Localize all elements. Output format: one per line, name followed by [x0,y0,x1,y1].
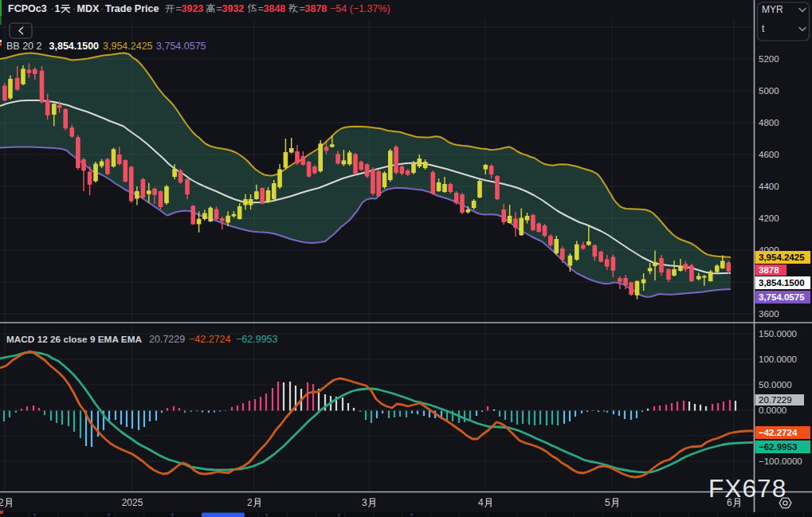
svg-text:2: 2 [247,497,253,508]
svg-text:3,954.2425: 3,954.2425 [103,41,153,52]
svg-text:4400: 4400 [759,182,779,191]
svg-text:3600: 3600 [759,309,779,319]
svg-text:150.0000: 150.0000 [759,329,797,339]
svg-text:4600: 4600 [759,150,779,159]
svg-text:20.7229: 20.7229 [759,395,792,405]
svg-text:1: 1 [55,3,61,14]
svg-text:3848: 3848 [264,3,286,14]
svg-text:MYR: MYR [762,4,783,15]
svg-text:−62.9953: −62.9953 [759,442,797,452]
svg-text:2: 2 [0,497,4,508]
svg-text:3923: 3923 [182,3,204,14]
svg-text:3,854.1500: 3,854.1500 [759,278,805,288]
svg-text:FCPOc3: FCPOc3 [8,3,47,14]
svg-text:3878: 3878 [759,265,779,275]
svg-text:MDX: MDX [77,3,100,14]
svg-text:·: · [100,3,104,14]
svg-text:20.7229: 20.7229 [149,334,185,345]
svg-text:FX678: FX678 [708,474,787,503]
svg-text:5000: 5000 [759,86,779,96]
svg-text:3: 3 [362,497,367,508]
svg-text:3932: 3932 [222,3,245,14]
svg-text:·: · [73,3,76,14]
svg-text:−62.9953: −62.9953 [236,334,278,345]
svg-text:5: 5 [605,497,610,508]
svg-text:3,754.0575: 3,754.0575 [156,41,206,52]
svg-text:−42.2724: −42.2724 [759,428,798,437]
svg-text:−54 (−1.37%): −54 (−1.37%) [330,3,390,14]
svg-text:4: 4 [478,497,484,508]
svg-text:−42.2724: −42.2724 [189,334,231,345]
svg-text:4800: 4800 [759,118,779,127]
svg-text:MACD 12 26 close 9 EMA EMA: MACD 12 26 close 9 EMA EMA [6,334,142,345]
svg-text:5200: 5200 [759,54,779,64]
svg-text:Trade Price: Trade Price [105,3,159,14]
svg-text:2025: 2025 [122,497,143,508]
svg-text:50.0000: 50.0000 [759,380,792,390]
svg-text:·: · [51,3,54,14]
svg-text:3,754.0575: 3,754.0575 [759,292,805,302]
svg-text:−100.0000: −100.0000 [759,456,802,466]
svg-text:4200: 4200 [759,213,779,223]
svg-text:3,854.1500: 3,854.1500 [49,41,100,52]
svg-text:100.0000: 100.0000 [759,354,797,364]
svg-text:BB 20 2: BB 20 2 [6,41,42,52]
svg-text:0.0000: 0.0000 [759,405,787,415]
svg-text:3878: 3878 [305,3,328,14]
svg-text:3,954.2425: 3,954.2425 [759,253,805,262]
